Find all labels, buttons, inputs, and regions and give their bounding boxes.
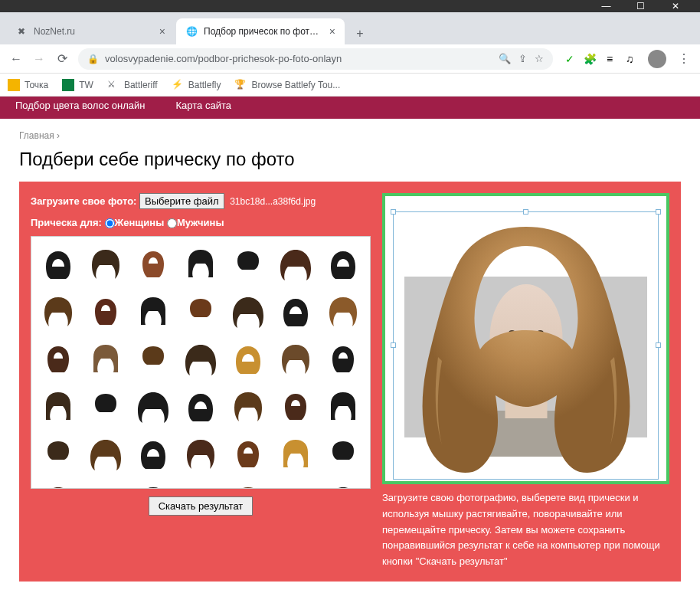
ext-music-icon[interactable]: ♫ xyxy=(622,51,637,67)
hairstyle-option[interactable] xyxy=(35,383,81,429)
hairstyle-option[interactable] xyxy=(320,241,366,287)
hairstyle-option[interactable] xyxy=(320,288,366,334)
preview-column: Загрузите свою фотографию, выберете вид … xyxy=(382,193,669,570)
hairstyle-option[interactable] xyxy=(178,241,224,287)
hairstyle-option[interactable] xyxy=(130,383,176,429)
file-name: 31bc18d...a38f6d.jpg xyxy=(230,196,316,207)
hairstyle-option[interactable] xyxy=(178,431,224,477)
hairstyle-option[interactable] xyxy=(225,431,271,477)
gender-row: Прическа для: Женщины Мужчины xyxy=(31,217,371,228)
upload-row: Загрузите свое фото: Выберите файл 31bc1… xyxy=(31,193,371,209)
hairstyle-option[interactable] xyxy=(225,241,271,287)
hairstyle-option[interactable] xyxy=(178,383,224,429)
hairstyle-option[interactable] xyxy=(83,478,129,489)
tab-title: Подбор причесок по фото онла xyxy=(204,26,323,37)
ext-check-icon[interactable]: ✓ xyxy=(562,51,577,67)
preview-canvas[interactable] xyxy=(382,193,669,484)
hairstyle-option[interactable] xyxy=(130,478,176,489)
hairstyle-option[interactable] xyxy=(130,336,176,382)
hairstyle-option[interactable] xyxy=(273,431,319,477)
ext-list-icon[interactable]: ≡ xyxy=(602,51,617,67)
controls-column: Загрузите свое фото: Выберите файл 31bc1… xyxy=(31,193,371,570)
resize-handle-mr[interactable] xyxy=(656,342,661,348)
url-text: volosvypadenie.com/podbor-prichesok-po-f… xyxy=(105,53,342,64)
resize-handle-ml[interactable] xyxy=(391,342,396,348)
reload-button[interactable]: ⟳ xyxy=(51,48,74,70)
globe-icon: 🌐 xyxy=(185,25,198,38)
transform-selection[interactable] xyxy=(393,211,659,480)
hairstyle-option[interactable] xyxy=(178,336,224,382)
hairstyle-option[interactable] xyxy=(178,478,224,489)
hairstyle-option[interactable] xyxy=(273,288,319,334)
zoom-icon[interactable]: 🔍 xyxy=(499,53,511,64)
hairstyle-option[interactable] xyxy=(83,431,129,477)
nav-color[interactable]: Подбор цвета волос онлайн xyxy=(15,100,146,111)
forward-button[interactable]: → xyxy=(28,48,51,70)
tab-active[interactable]: 🌐 Подбор причесок по фото онла × xyxy=(176,18,345,44)
maximize-button[interactable]: ☐ xyxy=(623,0,658,12)
bookmark-tw[interactable]: TW xyxy=(62,79,93,91)
resize-handle-tl[interactable] xyxy=(391,209,396,215)
bookmark-tochka[interactable]: Точка xyxy=(8,79,48,91)
hairstyle-option[interactable] xyxy=(273,383,319,429)
hairstyle-option[interactable] xyxy=(273,241,319,287)
gender-female-radio[interactable] xyxy=(105,218,115,228)
nav-sitemap[interactable]: Карта сайта xyxy=(176,100,231,111)
menu-button[interactable]: ⋮ xyxy=(672,48,695,70)
tab-title: NozNet.ru xyxy=(34,26,153,37)
hairstyle-grid[interactable] xyxy=(31,236,371,489)
breadcrumb[interactable]: Главная › xyxy=(19,130,681,141)
file-chooser-button[interactable]: Выберите файл xyxy=(139,193,224,209)
hairstyle-option[interactable] xyxy=(273,336,319,382)
hairstyle-option[interactable] xyxy=(178,288,224,334)
hairstyle-option[interactable] xyxy=(35,478,81,489)
address-bar[interactable]: 🔒 volosvypadenie.com/podbor-prichesok-po… xyxy=(78,48,553,70)
hairstyle-option[interactable] xyxy=(320,383,366,429)
new-tab-button[interactable]: + xyxy=(349,23,371,44)
hairstyle-option[interactable] xyxy=(130,241,176,287)
tab-close-icon[interactable]: × xyxy=(159,25,165,38)
ext-puzzle-icon[interactable]: 🧩 xyxy=(582,51,597,67)
profile-avatar[interactable] xyxy=(648,50,666,68)
download-button[interactable]: Скачать результат xyxy=(149,496,254,516)
hairstyle-option[interactable] xyxy=(225,288,271,334)
hairstyle-option[interactable] xyxy=(35,241,81,287)
back-button[interactable]: ← xyxy=(5,48,28,70)
hairstyle-option[interactable] xyxy=(83,336,129,382)
star-icon[interactable]: ☆ xyxy=(535,53,544,64)
main-content: Главная › Подбери себе прическу по фото … xyxy=(0,119,700,593)
bookmark-battlefly[interactable]: ⚡Battlefly xyxy=(172,79,221,91)
close-button[interactable]: ✕ xyxy=(658,0,692,12)
hairstyle-option[interactable] xyxy=(83,288,129,334)
share-icon[interactable]: ⇪ xyxy=(518,53,527,64)
hairstyle-option[interactable] xyxy=(35,336,81,382)
tab-noznet[interactable]: ✖ NozNet.ru × xyxy=(6,18,175,44)
bookmark-battlefy[interactable]: 🏆Browse Battlefy Tou... xyxy=(234,79,340,91)
hairstyle-option[interactable] xyxy=(225,478,271,489)
hairstyle-option[interactable] xyxy=(320,431,366,477)
resize-handle-tm[interactable] xyxy=(523,209,528,215)
gender-male-radio[interactable] xyxy=(167,218,177,228)
minimize-button[interactable]: — xyxy=(589,0,623,12)
hairstyle-option[interactable] xyxy=(35,288,81,334)
hairstyle-option[interactable] xyxy=(225,383,271,429)
hairstyle-option[interactable] xyxy=(130,288,176,334)
hairstyle-app: Загрузите свое фото: Выберите файл 31bc1… xyxy=(19,182,681,582)
bookmarks-bar: Точка TW ⚔Battleriff ⚡Battlefly 🏆Browse … xyxy=(0,74,700,97)
hairstyle-option[interactable] xyxy=(83,241,129,287)
hairstyle-option[interactable] xyxy=(320,478,366,489)
page-title: Подбери себе прическу по фото xyxy=(19,149,681,170)
hairstyle-option[interactable] xyxy=(130,431,176,477)
tab-close-icon[interactable]: × xyxy=(329,25,335,38)
hairstyle-option[interactable] xyxy=(320,336,366,382)
window-titlebar: — ☐ ✕ xyxy=(0,0,700,12)
hairstyle-option[interactable] xyxy=(35,431,81,477)
hairstyle-option[interactable] xyxy=(83,383,129,429)
instructions-text: Загрузите свою фотографию, выберете вид … xyxy=(382,490,669,570)
browser-toolbar: ← → ⟳ 🔒 volosvypadenie.com/podbor-priche… xyxy=(0,44,700,74)
bookmark-battleriff[interactable]: ⚔Battleriff xyxy=(107,79,158,91)
resize-handle-tr[interactable] xyxy=(656,209,661,215)
hairstyle-option[interactable] xyxy=(225,336,271,382)
page-content: Подбор цвета волос онлайн Карта сайта Гл… xyxy=(0,97,700,593)
hairstyle-option[interactable] xyxy=(273,478,319,489)
